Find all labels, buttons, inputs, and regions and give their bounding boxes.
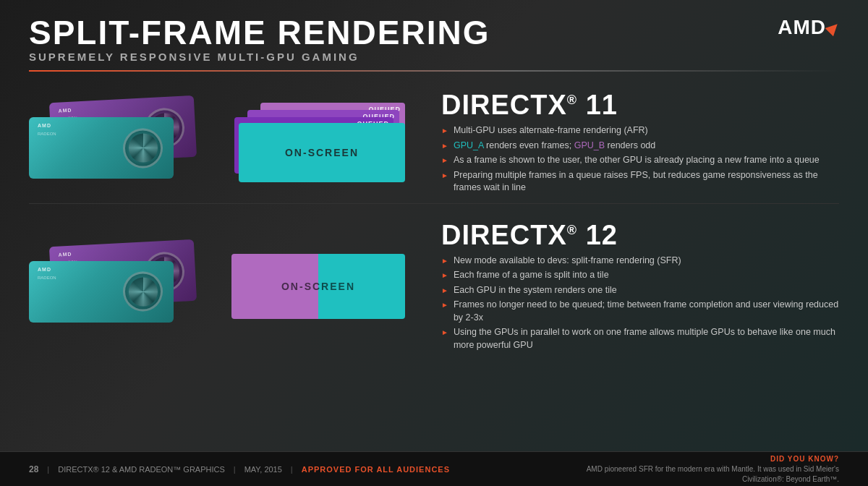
footer-divider-3: | [291, 465, 293, 474]
dx11-bullet-text-2: GPU_A renders even frames; GPU_B renders… [454, 140, 655, 153]
dx12-bullet-arrow-3: ► [441, 286, 448, 296]
dx12-bullet-3: ► Each GPU in the system renders one til… [441, 284, 839, 297]
amd-logo-text: AMD [778, 16, 826, 39]
gpu-amd-badge-back: AMD [58, 108, 72, 114]
frame-onscreen-dx11: ON-SCREEN [239, 123, 405, 182]
title-block: SPLIT-FRAME RENDERING SUPREMELY RESPONSI… [29, 16, 490, 63]
dx12-bullet-arrow-4: ► [441, 300, 448, 310]
dx12-gpu-card-front: AMD RADEON [29, 261, 174, 323]
dx12-bullet-4: ► Frames no longer need to be queued; ti… [441, 299, 839, 324]
footer-divider-1: | [47, 465, 49, 474]
gpu-amd-badge-front: AMD [38, 123, 51, 128]
gpu-a-label: GPU_A [454, 140, 484, 150]
did-you-know-text: AMD pioneered SFR for the modern era wit… [586, 464, 839, 485]
dx12-bullet-2: ► Each frame of a game is split into a t… [441, 269, 839, 282]
bullet-arrow-4: ► [441, 171, 448, 181]
dx11-section: AMD RADEON AMD RADEON QUEUED QUEUED [29, 82, 839, 204]
footer-left: 28 | DIRECTX® 12 & AMD RADEON™ GRAPHICS … [29, 464, 450, 474]
footer-page-number: 28 [29, 464, 38, 474]
dx11-version: 11 [586, 90, 618, 120]
footer-approved: APPROVED FOR ALL AUDIENCES [302, 465, 450, 474]
bullet-arrow-3: ► [441, 155, 448, 166]
dx12-title-text: DIRECTX [441, 220, 567, 250]
dx12-section: AMD RADEON AMD RADEON ON-SCREEN [29, 213, 839, 361]
dx11-bullet-text-4: Preparing multiple frames in a queue rai… [454, 169, 839, 195]
header: SPLIT-FRAME RENDERING SUPREMELY RESPONSI… [0, 0, 868, 70]
dx11-bullet-3: ► As a frame is shown to the user, the o… [441, 154, 839, 167]
dx12-info-panel: DIRECTX® 12 ► New mode available to devs… [441, 221, 839, 352]
dx12-bullet-text-3: Each GPU in the system renders one tile [454, 284, 617, 297]
dx11-info-panel: DIRECTX® 11 ► Multi-GPU uses alternate-f… [441, 91, 839, 195]
dx11-bullet-list: ► Multi-GPU uses alternate-frame renderi… [441, 124, 839, 195]
amd-corner-icon [827, 22, 839, 34]
dx12-title: DIRECTX® 12 [441, 221, 839, 249]
frames-stacked: QUEUED QUEUED QUEUED ON-SCREEN [231, 103, 405, 182]
dx12-bullet-text-4: Frames no longer need to be queued; time… [454, 299, 839, 324]
dx11-bullet-1: ► Multi-GPU uses alternate-frame renderi… [441, 124, 839, 137]
dx12-gpu-amd-badge-front: AMD [38, 267, 51, 272]
amd-logo: AMD [778, 16, 839, 39]
dx12-bullet-text-1: New mode available to devs: split-frame … [454, 255, 681, 268]
dx11-frame-diagram: QUEUED QUEUED QUEUED ON-SCREEN [217, 99, 420, 186]
dx11-bullet-text-3: As a frame is shown to the user, the oth… [454, 154, 820, 167]
dx12-reg: ® [567, 223, 577, 237]
dx11-title-text: DIRECTX [441, 90, 567, 120]
dx12-frame-wrapper: ON-SCREEN [231, 254, 405, 319]
dx12-bullet-text-5: Using the GPUs in parallel to work on on… [454, 326, 839, 351]
main-content: AMD RADEON AMD RADEON QUEUED QUEUED [0, 72, 868, 360]
dx11-gpu-cards: AMD RADEON AMD RADEON [29, 99, 195, 186]
dx12-bullet-arrow-1: ► [441, 256, 448, 266]
gpu-model-front: RADEON [38, 132, 56, 136]
dx12-bullet-arrow-5: ► [441, 328, 448, 338]
dx11-bullet-text-1: Multi-GPU uses alternate-frame rendering… [454, 124, 648, 137]
dx12-frame-diagram: ON-SCREEN [217, 243, 420, 330]
onscreen-label-dx11: ON-SCREEN [285, 147, 359, 158]
dx12-bullet-5: ► Using the GPUs in parallel to work on … [441, 326, 839, 351]
dx12-onscreen-label: ON-SCREEN [231, 254, 405, 319]
dx11-title: DIRECTX® 11 [441, 91, 839, 119]
footer: 28 | DIRECTX® 12 & AMD RADEON™ GRAPHICS … [0, 451, 868, 486]
gpu-fan-front [123, 128, 163, 168]
dx12-gpu-fan-front [123, 272, 163, 312]
footer-divider-2: | [234, 465, 236, 474]
dx12-version: 12 [586, 220, 618, 250]
gpu-b-label: GPU_B [574, 140, 605, 150]
dx11-bullet-4: ► Preparing multiple frames in a queue r… [441, 169, 839, 195]
dx11-reg: ® [567, 93, 577, 107]
dx12-bullet-text-2: Each frame of a game is split into a til… [454, 269, 609, 282]
gpu-card-front: AMD RADEON [29, 117, 174, 179]
main-title: SPLIT-FRAME RENDERING [29, 16, 490, 49]
dx12-bullet-1: ► New mode available to devs: split-fram… [441, 255, 839, 268]
dx12-gpu-amd-badge-back: AMD [58, 251, 72, 257]
sub-title: SUPREMELY RESPONSIVE MULTI-GPU GAMING [29, 51, 490, 63]
dx12-gpu-model-front: RADEON [38, 276, 56, 280]
dx12-gpu-cards: AMD RADEON AMD RADEON [29, 243, 195, 330]
dx12-bullet-list: ► New mode available to devs: split-fram… [441, 255, 839, 352]
footer-date: MAY, 2015 [244, 465, 282, 474]
dx12-bullet-arrow-2: ► [441, 270, 448, 281]
dx11-bullet-2: ► GPU_A renders even frames; GPU_B rende… [441, 140, 839, 153]
did-you-know-label: DID YOU KNOW? [586, 454, 839, 464]
bullet-arrow-2: ► [441, 141, 448, 151]
bullet-arrow-1: ► [441, 126, 448, 136]
footer-right: DID YOU KNOW? AMD pioneered SFR for the … [586, 454, 839, 485]
footer-company-info: DIRECTX® 12 & AMD RADEON™ GRAPHICS [58, 465, 225, 474]
